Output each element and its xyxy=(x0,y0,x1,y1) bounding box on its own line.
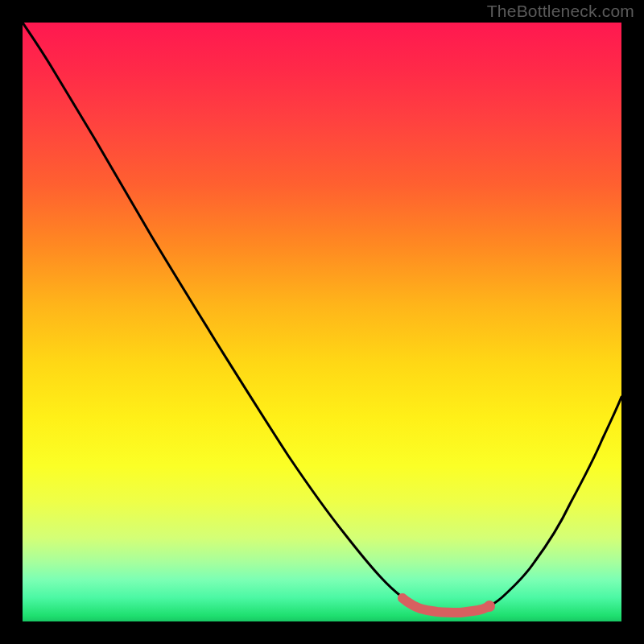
bottleneck-curve xyxy=(23,23,621,613)
highlight-end-marker xyxy=(484,601,495,612)
bottleneck-highlight xyxy=(402,598,489,613)
curve-layer xyxy=(23,23,621,621)
watermark-text: TheBottleneck.com xyxy=(487,2,634,21)
